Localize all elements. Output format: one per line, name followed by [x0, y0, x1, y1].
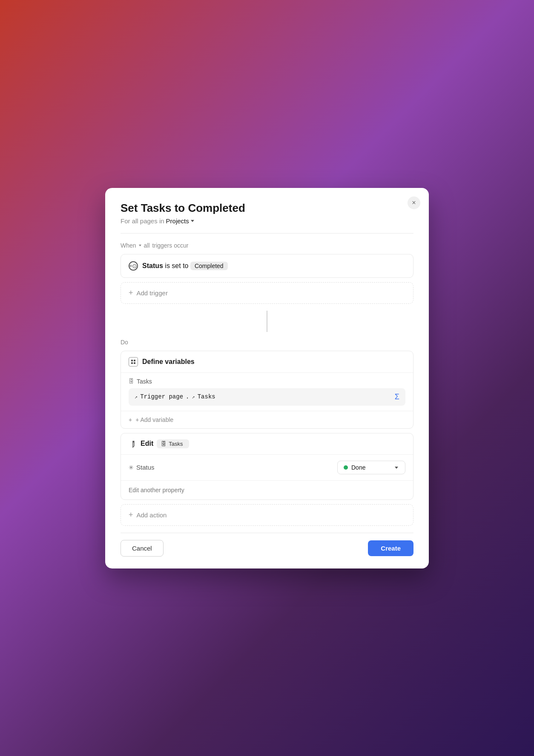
- do-label: Do: [121, 339, 413, 346]
- create-button[interactable]: Create: [368, 540, 413, 556]
- db-icon: 🗄: [129, 378, 134, 384]
- svg-point-1: [130, 265, 131, 266]
- status-value-text: Done: [351, 464, 365, 471]
- trigger-property: Status: [142, 262, 163, 269]
- define-vars-header: Define variables: [121, 351, 413, 373]
- svg-rect-5: [134, 362, 135, 364]
- subtitle-prefix: For all pages in: [121, 217, 164, 225]
- when-section-label: When all triggers occur: [121, 242, 413, 249]
- edit-another-property-button[interactable]: Edit another property: [121, 481, 413, 499]
- status-label: ✳ Status: [129, 464, 157, 471]
- close-icon: ×: [412, 199, 416, 207]
- define-vars-title: Define variables: [142, 358, 195, 366]
- edit-db-icon: 🗄: [161, 441, 167, 447]
- edit-title: Edit: [141, 440, 153, 447]
- when-text: When: [121, 242, 136, 249]
- title-input[interactable]: [121, 202, 413, 215]
- var-tasks: Tasks: [198, 393, 215, 400]
- status-label-text: Status: [136, 464, 155, 471]
- add-action-icon: +: [129, 511, 133, 519]
- add-variable-label: + Add variable: [135, 416, 173, 423]
- status-trigger-icon: [129, 261, 138, 271]
- arrow-icon-2: ↗: [192, 394, 195, 400]
- svg-rect-4: [131, 362, 133, 364]
- header-divider: [121, 233, 413, 234]
- variable-row: 🗄 Tasks ↗ Trigger page . ↗ Tasks Σ: [121, 373, 413, 411]
- projects-label: Projects: [166, 217, 189, 225]
- modal-subtitle: For all pages in Projects: [121, 217, 413, 225]
- close-button[interactable]: ×: [408, 196, 420, 209]
- when-chevron-icon: [139, 245, 141, 246]
- arrow-icon-1: ↗: [135, 394, 138, 400]
- connector-line: [121, 311, 413, 332]
- var-dot-sep: .: [186, 393, 189, 400]
- add-trigger-icon: +: [129, 289, 133, 297]
- trigger-card: Status is set to Completed: [121, 254, 413, 278]
- modal-footer: Cancel Create: [121, 533, 413, 557]
- edit-pencil-icon: [127, 438, 139, 450]
- svg-rect-2: [131, 360, 133, 361]
- add-trigger-label: Add trigger: [137, 289, 168, 297]
- svg-rect-3: [134, 360, 135, 361]
- status-property-row: ✳ Status Done: [121, 455, 413, 481]
- trigger-text: Status is set to Completed: [142, 262, 228, 270]
- define-vars-icon: [129, 357, 138, 366]
- trigger-value: Completed: [190, 262, 228, 270]
- status-value-dropdown[interactable]: Done: [337, 461, 405, 474]
- add-trigger-button[interactable]: + Add trigger: [121, 282, 413, 304]
- modal-header: For all pages in Projects: [121, 202, 413, 225]
- add-variable-button[interactable]: + + Add variable: [121, 411, 413, 428]
- edit-another-label: Edit another property: [129, 487, 184, 493]
- cancel-button[interactable]: Cancel: [121, 540, 164, 557]
- variable-value-box[interactable]: ↗ Trigger page . ↗ Tasks Σ: [129, 388, 405, 406]
- status-dot: [344, 465, 348, 470]
- triggers-text: triggers occur: [152, 242, 189, 249]
- status-value-chevron-icon: [394, 465, 399, 470]
- var-trigger-page: Trigger page: [140, 393, 183, 400]
- automation-modal: × For all pages in Projects When all tri…: [105, 188, 429, 568]
- edit-card: Edit 🗄 Tasks ✳ Status Done Edit a: [121, 433, 413, 500]
- add-action-button[interactable]: + Add action: [121, 504, 413, 526]
- add-variable-icon: +: [129, 416, 132, 423]
- add-action-label: Add action: [137, 511, 167, 519]
- variable-value-content: ↗ Trigger page . ↗ Tasks: [135, 393, 215, 400]
- edit-db-name: Tasks: [169, 441, 183, 447]
- variable-name: 🗄 Tasks: [129, 378, 405, 385]
- trigger-row: Status is set to Completed: [129, 261, 405, 271]
- modal-title: [121, 202, 413, 215]
- sigma-icon: Σ: [395, 392, 399, 401]
- projects-link[interactable]: Projects: [166, 217, 195, 225]
- edit-header: Edit 🗄 Tasks: [121, 433, 413, 455]
- projects-chevron-icon: [190, 218, 195, 223]
- define-variables-card: Define variables 🗄 Tasks ↗ Trigger page …: [121, 351, 413, 429]
- trigger-verb: is set to: [165, 262, 188, 269]
- edit-db-badge[interactable]: 🗄 Tasks: [157, 439, 189, 448]
- all-text: all: [144, 242, 150, 249]
- status-spinner-icon: ✳: [129, 464, 134, 471]
